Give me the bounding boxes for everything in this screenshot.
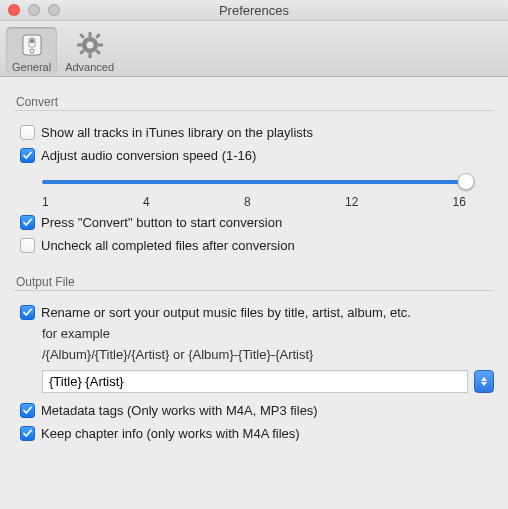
label-chapter: Keep chapter info (only works with M4A f… (41, 426, 300, 441)
speed-slider-wrap: 1 4 8 12 16 (14, 167, 494, 211)
tick: 12 (345, 195, 358, 209)
checkbox-adjust-speed[interactable] (20, 148, 35, 163)
svg-rect-8 (98, 44, 103, 47)
speed-slider[interactable] (42, 173, 466, 191)
label-uncheck-completed: Uncheck all completed files after conver… (41, 238, 295, 253)
chevron-down-icon (481, 382, 487, 386)
label-show-all: Show all tracks in iTunes library on the… (41, 125, 313, 140)
row-uncheck-completed[interactable]: Uncheck all completed files after conver… (14, 234, 494, 257)
content: Convert Show all tracks in iTunes librar… (0, 77, 508, 455)
slider-fill (42, 180, 466, 184)
row-rename[interactable]: Rename or sort your output music files b… (14, 301, 494, 324)
tick: 8 (244, 195, 251, 209)
checkbox-press-convert[interactable] (20, 215, 35, 230)
tick: 4 (143, 195, 150, 209)
svg-rect-11 (95, 33, 101, 39)
tab-label: Advanced (65, 61, 114, 73)
checkbox-metadata[interactable] (20, 403, 35, 418)
tick: 16 (453, 195, 466, 209)
traffic-lights (0, 4, 60, 16)
row-metadata[interactable]: Metadata tags (Only works with M4A, MP3 … (14, 399, 494, 422)
svg-rect-6 (88, 53, 91, 58)
label-adjust-speed: Adjust audio conversion speed (1-16) (41, 148, 256, 163)
checkbox-chapter[interactable] (20, 426, 35, 441)
minimize-button[interactable] (28, 4, 40, 16)
checkbox-uncheck-completed[interactable] (20, 238, 35, 253)
zoom-button[interactable] (48, 4, 60, 16)
svg-rect-5 (88, 32, 91, 37)
tab-label: General (12, 61, 51, 73)
row-press-convert[interactable]: Press "Convert" button to start conversi… (14, 211, 494, 234)
row-chapter[interactable]: Keep chapter info (only works with M4A f… (14, 422, 494, 445)
svg-rect-7 (77, 44, 82, 47)
svg-rect-2 (30, 39, 34, 43)
row-show-all[interactable]: Show all tracks in iTunes library on the… (14, 121, 494, 144)
window-title: Preferences (0, 3, 508, 18)
svg-rect-9 (79, 33, 85, 39)
slider-knob[interactable] (458, 173, 475, 190)
checkbox-show-all[interactable] (20, 125, 35, 140)
group-label-output: Output File (14, 275, 494, 289)
switch-icon (17, 30, 47, 60)
divider (14, 110, 494, 111)
close-button[interactable] (8, 4, 20, 16)
rename-format-row (14, 364, 494, 399)
svg-point-13 (86, 42, 93, 49)
chevron-up-icon (481, 377, 487, 381)
group-label-convert: Convert (14, 95, 494, 109)
slider-ticks: 1 4 8 12 16 (42, 195, 466, 209)
tab-general[interactable]: General (6, 27, 57, 74)
tick: 1 (42, 195, 49, 209)
divider (14, 290, 494, 291)
gear-icon (75, 30, 105, 60)
row-adjust-speed[interactable]: Adjust audio conversion speed (1-16) (14, 144, 494, 167)
checkbox-rename[interactable] (20, 305, 35, 320)
tab-advanced[interactable]: Advanced (59, 27, 120, 74)
rename-example: /{Album}/{Title}/{Artist} or {Album}-{Ti… (14, 341, 494, 364)
titlebar: Preferences (0, 0, 508, 21)
toolbar: General Advanced (0, 21, 508, 77)
label-press-convert: Press "Convert" button to start conversi… (41, 215, 282, 230)
rename-format-picker[interactable] (474, 370, 494, 393)
rename-example-prefix: for example (14, 324, 494, 341)
label-metadata: Metadata tags (Only works with M4A, MP3 … (41, 403, 318, 418)
label-rename: Rename or sort your output music files b… (41, 305, 411, 320)
rename-format-input[interactable] (42, 370, 468, 393)
